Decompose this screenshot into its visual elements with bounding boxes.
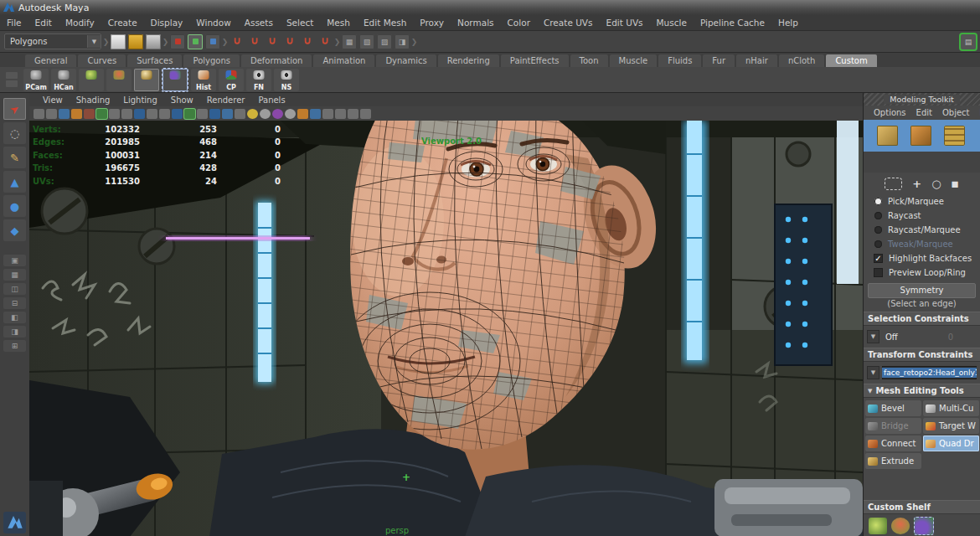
selection-constraint-value[interactable]: Off (882, 332, 922, 342)
chevron-down-icon[interactable]: ▼ (867, 330, 879, 343)
preview-loop-ring-checkbox[interactable]: Preview Loop/Ring (864, 265, 980, 280)
section-collapse-handle[interactable]: ❯ (163, 35, 168, 49)
gate-mask-icon[interactable] (134, 109, 145, 119)
rotate-icon[interactable]: ○ (931, 178, 941, 190)
bevel-button[interactable]: Bevel (865, 400, 921, 416)
transform-constraints-header[interactable]: Transform Constraints (864, 348, 980, 362)
connect-button[interactable]: Connect (865, 436, 921, 451)
shelf-tab-animation[interactable]: Animation (313, 54, 374, 67)
layout-uv-editor-button[interactable]: ◨ (3, 326, 26, 338)
shelf-tab-fluids[interactable]: Fluids (658, 54, 701, 67)
grid-toggle-icon[interactable] (96, 109, 107, 119)
menu-edit-uvs[interactable]: Edit UVs (600, 18, 650, 28)
vertex-mode-icon[interactable] (877, 126, 898, 146)
sphere-shelf-button[interactable] (134, 69, 159, 91)
field-chart-icon[interactable] (147, 109, 157, 119)
make-live-button[interactable]: ∩ (317, 34, 333, 49)
section-collapse-handle[interactable]: ❯ (412, 35, 416, 49)
chevron-down-icon[interactable]: ▼ (867, 366, 879, 379)
move-icon[interactable]: + (912, 178, 921, 190)
render-current-frame-button[interactable]: ▧ (359, 34, 374, 49)
layout-single-pane-button[interactable]: ▣ (3, 255, 26, 266)
flower-shelf-button[interactable] (106, 69, 132, 91)
menu-create-uvs[interactable]: Create UVs (537, 18, 600, 28)
default-light-icon[interactable] (247, 109, 258, 119)
hcan-shelf-button[interactable]: HCan (51, 69, 76, 91)
camera-attributes-icon[interactable] (34, 109, 44, 119)
panel-menu-panels[interactable]: Panels (251, 95, 291, 105)
scale-icon[interactable]: ◼ (952, 178, 959, 189)
raycast-marquee-radio[interactable]: Raycast/Marquee (864, 223, 980, 237)
shelf-menu-handle[interactable] (3, 69, 21, 90)
toolkit-menu-options[interactable]: Options (869, 108, 911, 117)
menu-proxy[interactable]: Proxy (413, 18, 451, 28)
shelf-tab-custom[interactable]: Custom (826, 54, 876, 67)
shelf-tab-general[interactable]: General (25, 54, 76, 67)
shelf-tab-ncloth[interactable]: nCloth (779, 54, 824, 67)
save-scene-button[interactable] (146, 34, 161, 49)
shelf-tab-fur[interactable]: Fur (703, 54, 735, 67)
shelf-tab-painteffects[interactable]: PaintEffects (501, 54, 569, 67)
silhouette-light-icon[interactable] (260, 109, 271, 119)
toolkit-menu-help[interactable]: Help (975, 108, 980, 117)
shelf-tab-toon[interactable]: Toon (570, 54, 608, 67)
symmetry-button[interactable]: Symmetry (868, 283, 976, 298)
scale-tool-button[interactable]: ◆ (3, 219, 26, 241)
custom-shelf-header[interactable]: Custom Shelf (864, 500, 980, 514)
snap-view-plane-button[interactable]: ∩ (300, 34, 315, 49)
frame-all-icon[interactable] (184, 109, 195, 119)
section-collapse-handle[interactable]: ❯ (335, 35, 339, 49)
render-view-button[interactable]: ▦ (342, 34, 357, 49)
window-titlebar[interactable]: Autodesk Maya (0, 0, 980, 15)
shelf-tab-polygons[interactable]: Polygons (183, 54, 240, 67)
plants-icon[interactable] (914, 517, 934, 535)
marquee-select-icon[interactable] (885, 178, 902, 190)
select-hierarchy-button[interactable] (170, 34, 185, 49)
two-d-pan-icon[interactable] (71, 109, 82, 119)
menu-display[interactable]: Display (144, 18, 190, 28)
fn-shelf-button[interactable]: FN (246, 69, 271, 91)
snap-grid-button[interactable]: ∩ (230, 34, 245, 49)
menu-color[interactable]: Color (501, 18, 537, 28)
exposure-icon[interactable] (348, 109, 358, 119)
live-surface-field[interactable]: face_retopo2:Head_only1:Me (882, 366, 977, 379)
snap-projected-center-button[interactable]: ∩ (282, 34, 297, 49)
section-collapse-handle[interactable]: ❯ (223, 35, 227, 49)
target-weld-button[interactable]: Target W (923, 418, 979, 434)
select-component-button[interactable] (205, 34, 220, 49)
menu-create[interactable]: Create (101, 18, 144, 28)
mesh-editing-tools-header[interactable]: ▼ Mesh Editing Tools (864, 384, 980, 398)
menu-file[interactable]: File (0, 18, 28, 28)
flower-icon[interactable] (891, 518, 910, 534)
menu-modify[interactable]: Modify (59, 18, 101, 28)
face-mode-icon[interactable] (944, 126, 965, 146)
highlight-backfaces-checkbox[interactable]: ✓ Highlight Backfaces (864, 251, 980, 265)
edge-mode-icon[interactable] (910, 126, 931, 146)
selection-constraints-header[interactable]: Selection Constraints (864, 312, 980, 326)
open-scene-button[interactable] (128, 34, 143, 49)
isolate-select-icon[interactable] (322, 109, 333, 119)
paint-select-tool-button[interactable]: ✎ (3, 147, 26, 168)
panel-menu-view[interactable]: View (36, 95, 70, 105)
snap-point-button[interactable]: ∩ (265, 34, 280, 49)
menu-normals[interactable]: Normals (451, 18, 500, 28)
new-scene-button[interactable] (111, 34, 126, 49)
select-tool-button[interactable]: ➤ (3, 98, 26, 120)
toolkit-menu-edit[interactable]: Edit (911, 108, 937, 117)
select-object-button[interactable] (188, 34, 203, 49)
layout-custom-button[interactable]: ⊞ (3, 340, 26, 352)
layout-four-pane-button[interactable]: ▦ (3, 269, 26, 281)
menu-edit-mesh[interactable]: Edit Mesh (357, 18, 413, 28)
perspective-viewport[interactable]: View Shading Lighting Show Renderer Pane… (29, 93, 863, 536)
section-collapse-handle[interactable]: ❯ (104, 35, 108, 49)
wireframe-mode-icon[interactable] (197, 109, 208, 119)
panel-title-bar[interactable]: Modeling Toolkit (864, 93, 980, 106)
hand-icon[interactable] (869, 518, 887, 534)
bookmark-icon[interactable] (46, 109, 57, 119)
menu-assets[interactable]: Assets (238, 18, 280, 28)
panel-menu-shading[interactable]: Shading (70, 95, 117, 105)
menu-edit[interactable]: Edit (28, 18, 59, 28)
resolution-gate-icon[interactable] (121, 109, 132, 119)
toolkit-menu-object[interactable]: Object (937, 108, 975, 117)
ipr-render-button[interactable]: ▨ (377, 34, 392, 49)
